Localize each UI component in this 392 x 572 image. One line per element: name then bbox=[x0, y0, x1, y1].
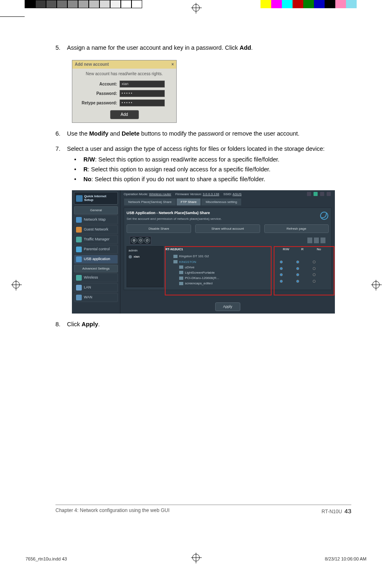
chapter-title: Chapter 4: Network configuration using t… bbox=[55, 507, 169, 514]
color-swatch bbox=[131, 0, 142, 8]
registration-mark-icon bbox=[192, 4, 200, 12]
bold-word: Modify bbox=[89, 130, 108, 137]
step-number: 8. bbox=[55, 320, 67, 328]
guest-icon bbox=[76, 227, 82, 233]
radio-rw[interactable] bbox=[280, 280, 283, 283]
color-swatch bbox=[261, 0, 271, 8]
color-swatch bbox=[35, 0, 46, 8]
nav-usb-application[interactable]: USB application bbox=[74, 255, 118, 264]
remove-user-icon[interactable]: ⊖ bbox=[138, 238, 143, 243]
color-swatch bbox=[89, 0, 99, 8]
tab-misc[interactable]: Miscellaneous setting bbox=[201, 198, 241, 206]
highlight-box bbox=[165, 246, 272, 295]
radio-r[interactable] bbox=[296, 273, 299, 276]
nav-wireless[interactable]: Wireless bbox=[74, 273, 118, 282]
model-name: RT-N10U bbox=[322, 509, 342, 514]
tab-ftp[interactable]: FTP Share bbox=[176, 198, 201, 206]
apply-button[interactable]: Apply bbox=[215, 302, 240, 311]
refresh-icon[interactable] bbox=[320, 212, 328, 220]
ssid-label: SSID: bbox=[223, 192, 232, 196]
color-swatch bbox=[282, 0, 293, 8]
radio-rw[interactable] bbox=[280, 273, 283, 276]
radio-r[interactable] bbox=[296, 280, 299, 283]
section-header-advanced: Advanced Settings bbox=[74, 265, 118, 272]
retype-password-label: Retype password: bbox=[76, 100, 120, 106]
close-icon[interactable]: × bbox=[171, 62, 174, 67]
color-swatch bbox=[314, 0, 325, 8]
radio-rw[interactable] bbox=[280, 267, 283, 270]
radio-r[interactable] bbox=[296, 267, 299, 270]
registration-mark-icon bbox=[12, 281, 20, 288]
color-swatch bbox=[303, 0, 314, 8]
file-slug: 7656_rtn10u.indd 43 bbox=[25, 556, 67, 561]
wifi-icon bbox=[76, 275, 82, 281]
color-swatch bbox=[57, 0, 67, 8]
refresh-page-button[interactable]: Refresh page bbox=[264, 224, 329, 233]
bullet-icon: • bbox=[67, 175, 83, 183]
text: and bbox=[108, 130, 122, 137]
step-text: Use the Modify and Delete buttons to mod… bbox=[67, 129, 351, 138]
radio-no[interactable] bbox=[313, 261, 316, 263]
page-number: 43 bbox=[344, 507, 351, 514]
tab-samba[interactable]: Network Place(Samba) Share bbox=[124, 198, 176, 206]
add-user-icon[interactable]: ⊕ bbox=[131, 238, 137, 243]
bold-word: Apply bbox=[81, 321, 98, 328]
color-swatch bbox=[335, 0, 346, 8]
retype-password-input[interactable]: • • • • • bbox=[120, 99, 165, 106]
radio-rw[interactable] bbox=[280, 261, 283, 263]
nav-guest-network[interactable]: Guest Network bbox=[74, 225, 118, 234]
text: . bbox=[98, 321, 100, 328]
radio-no[interactable] bbox=[313, 280, 316, 283]
globe-icon bbox=[76, 295, 82, 300]
bullet-icon: • bbox=[67, 155, 83, 164]
file-icon[interactable] bbox=[307, 238, 312, 243]
router-gui-screenshot: Quick Internet Setup General Network Map… bbox=[72, 190, 335, 314]
text: . bbox=[251, 44, 253, 51]
fw-label: Firmware Version: bbox=[175, 192, 202, 196]
share-without-account-button[interactable]: Share without account bbox=[195, 224, 260, 233]
ssid-value[interactable]: ASUS bbox=[233, 192, 242, 196]
user-admin[interactable]: admin bbox=[129, 248, 161, 253]
color-swatch bbox=[121, 0, 131, 8]
network-icon bbox=[76, 217, 82, 223]
bullet-text: : Select this option if you do not want … bbox=[91, 176, 265, 182]
header-status-icons bbox=[307, 192, 331, 196]
user-xian[interactable]: xian bbox=[129, 254, 161, 259]
edit-user-icon[interactable]: ⊘ bbox=[144, 238, 150, 243]
fw-value[interactable]: 3.0.0.3.138 bbox=[203, 192, 219, 196]
nav-traffic-manager[interactable]: Traffic Manager bbox=[74, 235, 118, 244]
bullet-label: R bbox=[83, 166, 88, 173]
radio-r[interactable] bbox=[296, 261, 299, 263]
datetime-slug: 8/23/12 10:06:00 AM bbox=[325, 556, 367, 561]
nav-network-map[interactable]: Network Map bbox=[74, 215, 118, 224]
wand-icon bbox=[76, 195, 83, 202]
nav-parental-control[interactable]: Parental control bbox=[74, 245, 118, 254]
dialog-message: New account has read/write access rights… bbox=[72, 69, 176, 79]
color-swatch bbox=[271, 0, 282, 8]
step-text: Select a user and assign the type of acc… bbox=[67, 145, 325, 152]
text: Use the bbox=[67, 130, 89, 137]
nav-wan[interactable]: WAN bbox=[74, 293, 118, 302]
lock-icon bbox=[76, 247, 82, 252]
text: buttons to modify the password or remove… bbox=[140, 130, 300, 137]
color-swatch bbox=[293, 0, 303, 8]
color-swatch bbox=[99, 0, 110, 8]
add-button[interactable]: Add bbox=[110, 110, 139, 119]
radio-no[interactable] bbox=[313, 273, 316, 276]
color-swatch bbox=[357, 0, 367, 8]
file-icon[interactable] bbox=[314, 238, 319, 243]
account-input[interactable]: xian bbox=[120, 81, 165, 88]
page-body: 5. Assign a name for the user account an… bbox=[55, 37, 351, 510]
house-icon bbox=[76, 285, 82, 291]
radio-no[interactable] bbox=[313, 267, 316, 270]
file-icon[interactable] bbox=[321, 238, 325, 243]
opmode-label: Operation Mode: bbox=[124, 192, 148, 196]
color-swatch bbox=[67, 0, 78, 8]
password-input[interactable]: • • • • • bbox=[120, 90, 165, 97]
nav-lan[interactable]: LAN bbox=[74, 283, 118, 292]
step-text: Assign a name for the user account and k… bbox=[67, 44, 351, 52]
opmode-value[interactable]: Wireless router bbox=[149, 192, 171, 196]
quick-internet-setup-button[interactable]: Quick Internet Setup bbox=[74, 192, 118, 205]
disable-share-button[interactable]: Disable Share bbox=[127, 224, 191, 233]
usb-icon bbox=[76, 256, 82, 262]
